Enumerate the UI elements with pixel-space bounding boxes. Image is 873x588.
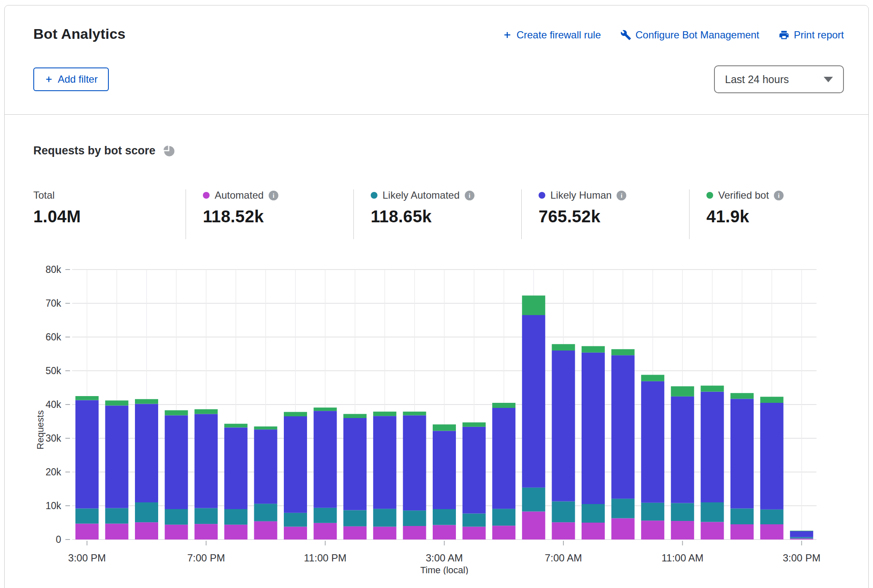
bar-23[interactable] [760, 397, 784, 539]
add-filter-button[interactable]: Add filter [33, 67, 109, 91]
create-firewall-rule-link[interactable]: Create firewall rule [502, 29, 601, 41]
bar-segment-automated[interactable] [194, 524, 218, 539]
info-icon[interactable]: i [617, 191, 626, 200]
bar-19[interactable] [641, 375, 664, 539]
bar-segment-verified-bot[interactable] [641, 375, 664, 381]
bar-segment-automated[interactable] [730, 524, 754, 539]
bar-segment-likely-human[interactable] [522, 315, 545, 488]
time-range-select[interactable]: Last 24 hours [714, 65, 844, 93]
bar-segment-likely-human[interactable] [403, 415, 426, 511]
bar-3[interactable] [165, 410, 188, 539]
bar-segment-automated[interactable] [492, 526, 515, 539]
bar-segment-likely-human[interactable] [671, 396, 694, 503]
bar-21[interactable] [701, 386, 724, 539]
bar-segment-likely-human[interactable] [612, 355, 635, 499]
bar-segment-automated[interactable] [284, 527, 307, 539]
bar-segment-likely-human[interactable] [254, 429, 277, 504]
bar-segment-likely-automated[interactable] [612, 499, 635, 518]
bar-segment-automated[interactable] [343, 526, 366, 539]
bar-segment-verified-bot[interactable] [343, 414, 366, 418]
bar-segment-likely-human[interactable] [284, 416, 307, 513]
bar-segment-automated[interactable] [790, 539, 813, 539]
bar-segment-likely-automated[interactable] [403, 510, 426, 526]
bar-segment-likely-automated[interactable] [671, 503, 694, 521]
bar-segment-verified-bot[interactable] [373, 412, 396, 416]
bar-segment-likely-automated[interactable] [433, 509, 456, 525]
bar-segment-likely-human[interactable] [105, 405, 128, 508]
bar-7[interactable] [284, 412, 307, 539]
bar-20[interactable] [671, 386, 694, 539]
bar-22[interactable] [730, 393, 754, 539]
bar-segment-likely-automated[interactable] [284, 513, 307, 527]
bar-segment-likely-human[interactable] [582, 353, 605, 504]
bar-4[interactable] [194, 409, 218, 539]
bar-segment-automated[interactable] [522, 512, 545, 539]
bar-segment-likely-human[interactable] [760, 403, 784, 510]
bar-segment-likely-human[interactable] [75, 400, 99, 509]
bar-6[interactable] [254, 426, 277, 539]
bar-9[interactable] [343, 414, 366, 539]
bar-segment-likely-automated[interactable] [552, 502, 575, 523]
bar-segment-verified-bot[interactable] [790, 531, 813, 531]
bar-15[interactable] [522, 296, 545, 539]
bar-5[interactable] [224, 424, 248, 539]
bar-14[interactable] [492, 403, 515, 539]
bar-segment-likely-automated[interactable] [314, 508, 337, 523]
bar-0[interactable] [75, 396, 99, 539]
bar-segment-verified-bot[interactable] [671, 386, 694, 396]
bar-segment-verified-bot[interactable] [194, 409, 218, 414]
bar-segment-verified-bot[interactable] [433, 424, 456, 431]
bar-segment-verified-bot[interactable] [701, 386, 724, 391]
bar-segment-verified-bot[interactable] [254, 426, 277, 429]
bar-segment-automated[interactable] [671, 521, 694, 539]
bar-10[interactable] [373, 412, 396, 539]
bar-segment-likely-human[interactable] [790, 531, 813, 537]
bar-segment-automated[interactable] [254, 521, 277, 539]
info-icon[interactable]: i [774, 191, 784, 200]
bar-segment-automated[interactable] [314, 523, 337, 539]
bar-24[interactable] [790, 531, 813, 539]
bar-segment-automated[interactable] [75, 523, 99, 539]
bar-segment-likely-human[interactable] [135, 404, 158, 502]
configure-bot-management-link[interactable]: Configure Bot Management [620, 29, 760, 41]
bar-segment-automated[interactable] [582, 523, 605, 539]
bar-segment-verified-bot[interactable] [522, 296, 545, 315]
bar-segment-verified-bot[interactable] [403, 412, 426, 415]
bar-segment-likely-automated[interactable] [75, 508, 99, 523]
bar-segment-likely-automated[interactable] [254, 504, 277, 521]
bar-segment-likely-human[interactable] [433, 431, 456, 509]
bar-segment-likely-automated[interactable] [641, 503, 664, 521]
bar-segment-likely-human[interactable] [730, 399, 754, 508]
bar-segment-verified-bot[interactable] [463, 422, 486, 426]
bar-segment-likely-automated[interactable] [730, 508, 754, 524]
bar-segment-likely-human[interactable] [492, 408, 515, 509]
bar-segment-likely-human[interactable] [552, 351, 575, 502]
bar-2[interactable] [135, 399, 158, 539]
bar-segment-automated[interactable] [701, 522, 724, 539]
bar-segment-likely-human[interactable] [701, 392, 724, 502]
bar-segment-likely-automated[interactable] [343, 510, 366, 526]
bar-segment-verified-bot[interactable] [75, 396, 99, 400]
bar-segment-automated[interactable] [105, 523, 128, 539]
bar-11[interactable] [403, 412, 426, 539]
bar-segment-automated[interactable] [433, 525, 456, 539]
bar-segment-likely-human[interactable] [373, 416, 396, 509]
bar-segment-likely-automated[interactable] [165, 509, 188, 525]
bar-segment-verified-bot[interactable] [612, 349, 635, 355]
bar-12[interactable] [433, 424, 456, 539]
bar-1[interactable] [105, 400, 128, 539]
bar-segment-likely-automated[interactable] [522, 488, 545, 512]
bar-segment-likely-automated[interactable] [790, 537, 813, 538]
bar-segment-likely-human[interactable] [463, 427, 486, 514]
bar-segment-verified-bot[interactable] [314, 407, 337, 411]
bar-18[interactable] [612, 349, 635, 539]
bar-segment-likely-human[interactable] [194, 414, 218, 508]
bar-segment-likely-automated[interactable] [463, 513, 486, 526]
bar-8[interactable] [314, 407, 337, 539]
bar-segment-verified-bot[interactable] [105, 400, 128, 405]
bar-segment-likely-automated[interactable] [373, 509, 396, 526]
bar-segment-likely-automated[interactable] [224, 509, 248, 525]
bar-segment-verified-bot[interactable] [224, 424, 248, 428]
bar-segment-likely-automated[interactable] [582, 504, 605, 523]
bar-17[interactable] [582, 346, 605, 539]
